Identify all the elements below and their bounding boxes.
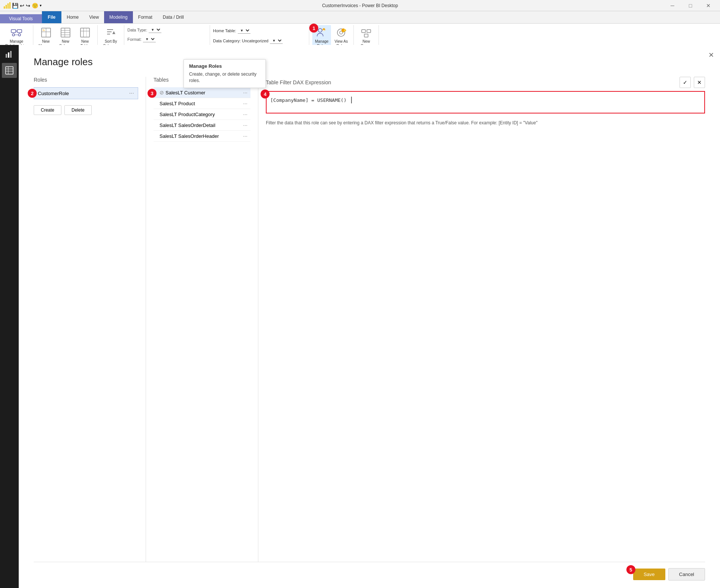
- maximize-button[interactable]: □: [682, 0, 699, 11]
- svg-text:🔑: 🔑: [343, 29, 346, 33]
- tab-file[interactable]: File: [42, 11, 62, 23]
- svg-rect-2: [7, 3, 9, 9]
- smiley-icon[interactable]: 🙂: [32, 3, 38, 9]
- svg-rect-35: [6, 54, 7, 57]
- sort-by-column-icon: [105, 27, 117, 39]
- tab-modeling[interactable]: Modeling: [104, 11, 133, 23]
- tab-home[interactable]: Home: [61, 11, 84, 23]
- svg-rect-0: [4, 6, 5, 9]
- manage-roles-dialog: ✕ Manage roles Roles 2 CustomerRole ··· …: [19, 45, 720, 57]
- tab-view[interactable]: View: [84, 11, 104, 23]
- new-table-icon: [79, 27, 91, 39]
- data-category-label: Data Category: Uncategorized: [213, 39, 268, 43]
- svg-rect-4: [11, 30, 16, 33]
- data-type-select[interactable]: ▾: [149, 27, 161, 33]
- home-table-select[interactable]: ▾: [238, 27, 250, 34]
- format-row: Format: ▾: [127, 35, 207, 43]
- quick-save-icon[interactable]: 💾: [12, 3, 18, 9]
- dialog-title: Manage roles: [34, 56, 705, 57]
- svg-text:fx: fx: [43, 29, 45, 31]
- left-sidebar: [0, 45, 19, 57]
- svg-rect-19: [80, 28, 89, 37]
- data-category-row: Data Category: Uncategorized ▾: [213, 37, 306, 45]
- powerbi-icon: [3, 2, 10, 9]
- redo-icon[interactable]: ↪: [26, 3, 30, 9]
- view-as-roles-icon: 🔑: [335, 27, 347, 39]
- svg-rect-3: [9, 2, 10, 9]
- close-button[interactable]: ✕: [700, 0, 717, 11]
- format-label: Format:: [127, 37, 142, 42]
- new-column-icon: [60, 27, 72, 39]
- new-group-icon: [360, 27, 372, 39]
- minimize-button[interactable]: ─: [664, 0, 681, 11]
- title-bar-controls: ─ □ ✕: [664, 0, 717, 11]
- tab-format[interactable]: Format: [133, 11, 158, 23]
- title-bar-icons: 💾 ↩ ↪ 🙂 ▾: [3, 2, 42, 9]
- dropdown-icon[interactable]: ▾: [40, 3, 42, 7]
- svg-point-8: [18, 34, 21, 36]
- format-select[interactable]: ▾: [143, 36, 156, 42]
- home-table-row: Home Table: ▾: [213, 27, 306, 34]
- undo-icon[interactable]: ↩: [20, 3, 24, 9]
- home-table-label: Home Table:: [213, 28, 236, 33]
- ribbon-tabs: File Home View Modeling Format Data / Dr…: [42, 11, 720, 23]
- svg-point-26: [318, 28, 322, 32]
- new-measure-icon: fx: [40, 27, 52, 39]
- data-type-label: Data Type:: [127, 28, 147, 32]
- svg-rect-5: [17, 30, 22, 33]
- svg-rect-1: [6, 5, 7, 9]
- title-bar-title: CustomerInvoices - Power BI Desktop: [322, 3, 398, 8]
- data-category-select[interactable]: ▾: [270, 37, 283, 44]
- visual-tools-label: Visual Tools: [0, 14, 42, 23]
- title-bar: 💾 ↩ ↪ 🙂 ▾ CustomerInvoices - Power BI De…: [0, 0, 720, 11]
- data-type-row: Data Type: ▾: [127, 26, 207, 34]
- tab-data-drill[interactable]: Data / Drill: [158, 11, 189, 23]
- svg-rect-33: [367, 30, 371, 33]
- svg-rect-36: [8, 52, 9, 57]
- svg-rect-37: [10, 51, 12, 57]
- manage-relationships-icon: [10, 27, 22, 39]
- sidebar-chart-icon[interactable]: [2, 46, 17, 57]
- svg-rect-34: [364, 34, 368, 37]
- dialog-close-button[interactable]: ✕: [708, 51, 714, 57]
- svg-rect-32: [362, 30, 365, 33]
- svg-point-7: [12, 34, 15, 36]
